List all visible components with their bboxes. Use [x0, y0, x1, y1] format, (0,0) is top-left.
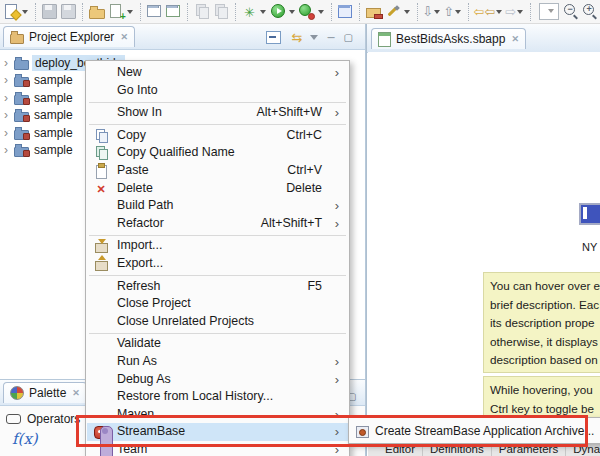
toolbar-separator	[331, 3, 332, 21]
menu-item-copy[interactable]: Copy Ctrl+C	[87, 127, 348, 145]
link-with-editor-icon[interactable]: ⇆	[289, 29, 304, 46]
close-icon[interactable]: ✕	[72, 388, 80, 398]
new-wizard-icon[interactable]	[3, 3, 20, 20]
run-icon[interactable]	[270, 3, 287, 20]
open-resource-icon[interactable]	[337, 3, 354, 20]
editor-canvas[interactable]: NY You can hover over e brief descriptio…	[368, 52, 600, 437]
menu-separator	[89, 275, 346, 276]
expand-chevron-icon[interactable]: ›	[0, 143, 12, 157]
zoom-level-combo[interactable]	[539, 3, 559, 20]
annotate-brush-icon[interactable]	[385, 3, 402, 20]
tab-palette[interactable]: Palette ✕	[3, 382, 87, 403]
palette-drawer-operators[interactable]: Operators	[6, 412, 80, 426]
submenu-arrow-icon: ›	[335, 64, 339, 82]
tree-item-sample-1[interactable]: › sample	[0, 72, 73, 90]
new-window-alt-icon[interactable]	[165, 3, 182, 20]
application-archive-icon	[355, 424, 369, 438]
menu-item-streambase[interactable]: StreamBase ›	[87, 423, 348, 441]
menu-item-build-path[interactable]: Build Path ›	[87, 197, 348, 215]
new-dropdown-caret-icon[interactable]	[22, 10, 28, 14]
tree-item-sample-5[interactable]: › sample	[0, 142, 73, 160]
toolbar-separator	[468, 3, 469, 21]
expand-chevron-icon[interactable]: ›	[0, 91, 12, 105]
new-window-icon[interactable]	[146, 3, 163, 20]
minimize-icon[interactable]: ─	[327, 32, 334, 43]
stream-component[interactable]	[579, 203, 600, 225]
tree-item-sample-4[interactable]: › sample	[0, 124, 73, 142]
debug-caret-icon[interactable]	[260, 10, 266, 14]
hover-note: You can hover over e brief description. …	[483, 272, 600, 373]
submenu-arrow-icon: ›	[335, 371, 339, 389]
run-configurations-icon[interactable]	[299, 3, 316, 20]
menu-item-new[interactable]: New ›	[87, 64, 348, 82]
note-line: While hovering, you	[490, 381, 600, 400]
note-line: otherwise, it displays	[490, 333, 600, 352]
open-folder-icon[interactable]	[89, 3, 106, 20]
back-caret-icon[interactable]	[496, 10, 502, 14]
component-label: NY	[582, 241, 597, 253]
delete-icon: ✕	[94, 182, 108, 196]
menu-separator	[89, 235, 346, 236]
debug-icon[interactable]: ✳	[241, 3, 258, 20]
menu-item-go-into[interactable]: Go Into	[87, 82, 348, 100]
maximize-icon[interactable]: ▢	[344, 32, 353, 43]
new-file-icon[interactable]: +	[108, 3, 125, 20]
menu-item-debug-as[interactable]: Debug As ›	[87, 371, 348, 389]
drawer-icon	[6, 414, 21, 424]
pull-down-caret-icon[interactable]	[434, 10, 440, 14]
save-all-icon[interactable]	[60, 3, 77, 20]
menu-item-copy-qualified-name[interactable]: Copy Qualified Name	[87, 144, 348, 162]
note-line: You can hover over e	[490, 277, 600, 296]
menu-item-refresh[interactable]: Refresh F5	[87, 278, 348, 296]
expand-chevron-icon[interactable]: ›	[0, 108, 12, 122]
forward-caret-icon[interactable]	[517, 10, 523, 14]
tree-item-label: sample	[34, 143, 73, 157]
tree-item-label: sample	[34, 91, 73, 105]
new-file-caret-icon[interactable]	[127, 10, 133, 14]
menu-item-team[interactable]: Team ›	[87, 441, 348, 456]
zoom-in-icon[interactable]: +	[582, 3, 599, 20]
menu-item-import[interactable]: Import...	[87, 237, 348, 255]
menu-item-close-unrelated-projects[interactable]: Close Unrelated Projects	[87, 313, 348, 331]
tree-item-sample-3[interactable]: › sample	[0, 107, 73, 125]
menu-item-close-project[interactable]: Close Project	[87, 295, 348, 313]
menu-item-export[interactable]: Export...	[87, 255, 348, 273]
palette-title: Palette	[29, 386, 66, 400]
menu-item-run-as[interactable]: Run As ›	[87, 353, 348, 371]
collapse-all-icon[interactable]	[266, 31, 281, 44]
close-icon[interactable]: ✕	[511, 34, 519, 44]
tree-item-sample-2[interactable]: › sample	[0, 89, 73, 107]
menu-item-validate[interactable]: Validate	[87, 335, 348, 353]
brush-caret-icon[interactable]	[404, 10, 410, 14]
menu-item-show-in[interactable]: Show In Alt+Shift+W ›	[87, 104, 348, 122]
menu-item-paste[interactable]: Paste Ctrl+V	[87, 162, 348, 180]
menu-item-maven[interactable]: Maven ›	[87, 406, 348, 424]
view-menu-icon[interactable]	[310, 35, 318, 40]
back-history-icon[interactable]: ⇦	[484, 3, 495, 20]
submenu-arrow-icon: ›	[335, 406, 339, 424]
run-caret-icon[interactable]	[289, 10, 295, 14]
expand-chevron-icon[interactable]: ›	[0, 126, 12, 140]
zoom-out-icon[interactable]: −	[563, 3, 580, 20]
open-archive-folder-icon[interactable]	[366, 3, 383, 20]
back-icon[interactable]: ⇦	[473, 3, 484, 20]
run-config-caret-icon[interactable]	[318, 10, 324, 14]
tree-item-label: sample	[34, 73, 73, 87]
expand-chevron-icon[interactable]: ›	[0, 73, 12, 87]
pull-down-icon[interactable]: ⇩	[422, 3, 433, 20]
menu-item-refactor[interactable]: Refactor Alt+Shift+T ›	[87, 215, 348, 233]
tree-item-label: sample	[34, 126, 73, 140]
tab-bestbidsasks[interactable]: BestBidsAsks.sbapp ✕	[371, 28, 526, 49]
save-icon[interactable]	[41, 3, 58, 20]
tab-project-explorer[interactable]: Project Explorer ✕	[3, 26, 135, 47]
close-icon[interactable]: ✕	[120, 32, 128, 42]
push-up-icon[interactable]: ⇧	[443, 3, 454, 20]
palette-item-function[interactable]: f(x)	[12, 430, 38, 448]
menu-item-create-streambase-application-archive[interactable]: Create StreamBase Application Archive...	[375, 424, 594, 438]
menu-separator	[89, 102, 346, 103]
copy-disabled-alt-icon	[213, 3, 230, 20]
push-up-caret-icon[interactable]	[455, 10, 461, 14]
menu-item-restore-from-local-history[interactable]: Restore from Local History...	[87, 388, 348, 406]
expand-chevron-icon[interactable]: ›	[0, 56, 12, 70]
menu-item-delete[interactable]: ✕ Delete Delete	[87, 180, 348, 198]
